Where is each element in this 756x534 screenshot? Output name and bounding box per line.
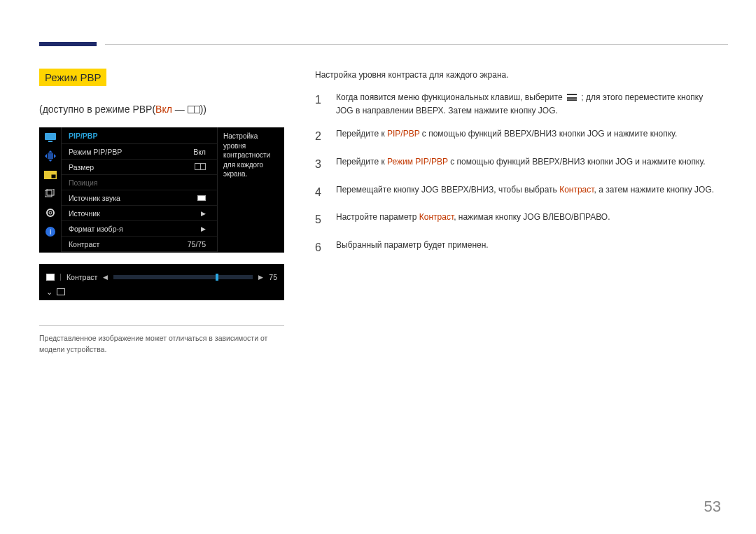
step-1-number: 1 [315, 91, 325, 118]
slider-value: 75 [269, 273, 277, 281]
section-description: Настройка уровня контраста для каждого э… [315, 70, 718, 80]
step-4-em: Контраст [559, 185, 594, 195]
osd-row-aspect-label: Формат изобр-я [69, 225, 179, 233]
step-2: 2 Перейдите к PIP/PBP с помощью функций … [315, 127, 718, 146]
slider-divider [60, 274, 61, 281]
svg-rect-2 [48, 153, 53, 159]
step-3-em: Режим PIP/PBP [387, 157, 448, 167]
menu-icon [567, 94, 577, 101]
osd-row-position-label: Позиция [69, 178, 179, 187]
slider-row[interactable]: Контраст ◀ ▶ 75 [46, 271, 277, 283]
monitor-icon[interactable] [39, 127, 61, 146]
left-column: Режим PBP (доступно в режиме PBP(Вкл — )… [39, 69, 284, 356]
page-number: 53 [704, 498, 721, 516]
caret-left-icon[interactable]: ◀ [103, 274, 108, 281]
osd-icon-rail: i [39, 127, 62, 252]
subtitle: (доступно в режиме PBP(Вкл — )) [39, 104, 284, 115]
chevron-right-icon: ▶ [179, 210, 210, 217]
sound-source-icon [197, 195, 206, 201]
size-split-icon [195, 163, 206, 170]
svg-marker-3 [48, 150, 52, 153]
slider-label: Контраст [66, 273, 97, 281]
step-5-em: Контраст [419, 212, 454, 222]
svg-text:i: i [49, 228, 50, 236]
slider-bottom-row: ⌄ [46, 283, 277, 297]
pbp-split-icon [188, 106, 200, 113]
step-6-text: Выбранный параметр будет применен. [336, 239, 489, 257]
osd-row-size[interactable]: Размер [62, 160, 217, 175]
step-1-pre: Когда появится меню функциональных клави… [336, 92, 565, 102]
section-title-badge: Режим PBP [39, 69, 106, 86]
subtitle-mode: Вкл [155, 104, 172, 115]
right-column: Настройка уровня контраста для каждого э… [315, 70, 718, 266]
step-5-number: 5 [315, 211, 325, 229]
step-5-text: Настройте параметр Контраст, нажимая кно… [336, 211, 610, 229]
header-divider [105, 44, 728, 45]
step-3: 3 Перейдите к Режим PIP/PBP с помощью фу… [315, 155, 718, 174]
svg-marker-6 [54, 154, 56, 158]
step-4-text: Перемещайте кнопку JOG ВВЕРХ/ВНИЗ, чтобы… [336, 183, 714, 202]
windows-icon[interactable] [39, 184, 61, 203]
step-2-text: Перейдите к PIP/PBP с помощью функций ВВ… [336, 127, 677, 146]
return-icon[interactable] [57, 288, 65, 295]
osd-menu-title: PIP/PBP [62, 127, 217, 144]
osd-row-sound[interactable]: Источник звука [62, 190, 217, 206]
svg-rect-10 [47, 189, 54, 195]
slider-thumb[interactable] [216, 274, 218, 281]
step-4-post: , а затем нажмите кнопку JOG. [594, 185, 714, 195]
step-6-pre: Выбранный параметр будет применен. [336, 240, 489, 250]
step-1: 1 Когда появится меню функциональных кла… [315, 91, 718, 118]
slider-left-icon [46, 274, 55, 281]
step-6-number: 6 [315, 239, 325, 257]
svg-point-12 [49, 211, 52, 214]
step-4: 4 Перемещайте кнопку JOG ВВЕРХ/ВНИЗ, что… [315, 183, 718, 202]
osd-panel: i PIP/PBP Режим PIP/PBP Вкл Размер Позиц… [39, 127, 284, 253]
osd-row-mode-label: Режим PIP/PBP [69, 148, 179, 156]
svg-rect-9 [45, 190, 52, 197]
info-icon[interactable]: i [39, 222, 61, 241]
osd-row-aspect[interactable]: Формат изобр-я ▶ [62, 221, 217, 237]
osd-row-contrast-value: 75/75 [179, 240, 210, 248]
svg-rect-1 [48, 141, 52, 142]
step-5: 5 Настройте параметр Контраст, нажимая к… [315, 211, 718, 229]
osd-row-mode-value: Вкл [179, 148, 210, 156]
osd-row-source[interactable]: Источник ▶ [62, 206, 217, 221]
footnote-text: Представленное изображение может отличат… [39, 333, 284, 356]
svg-rect-8 [51, 174, 56, 178]
step-5-pre: Настройте параметр [336, 212, 419, 222]
osd-row-contrast[interactable]: Контраст 75/75 [62, 237, 217, 252]
step-3-pre: Перейдите к [336, 157, 387, 167]
gear-icon[interactable] [39, 203, 61, 222]
osd-row-position: Позиция [62, 175, 217, 190]
svg-rect-0 [45, 133, 56, 140]
subtitle-prefix: (доступно в режиме PBP( [39, 104, 155, 115]
footnote-divider [39, 325, 284, 326]
step-4-pre: Перемещайте кнопку JOG ВВЕРХ/ВНИЗ, чтобы… [336, 185, 559, 195]
step-4-number: 4 [315, 183, 325, 202]
step-6: 6 Выбранный параметр будет применен. [315, 239, 718, 257]
osd-row-mode[interactable]: Режим PIP/PBP Вкл [62, 144, 217, 160]
step-2-post: с помощью функций ВВЕРХ/ВНИЗ кнопки JOG … [420, 129, 678, 139]
caret-right-icon[interactable]: ▶ [258, 274, 263, 281]
chevron-down-icon[interactable]: ⌄ [46, 288, 52, 296]
svg-marker-4 [48, 160, 52, 162]
osd-slider-panel: Контраст ◀ ▶ 75 ⌄ [39, 264, 284, 300]
osd-menu: PIP/PBP Режим PIP/PBP Вкл Размер Позиция… [62, 127, 217, 252]
header-accent-bar [39, 42, 97, 46]
slider-track[interactable] [113, 275, 253, 279]
step-1-text: Когда появится меню функциональных клави… [336, 91, 718, 118]
osd-description: Настройка уровня контрастности для каждо… [217, 127, 284, 252]
step-3-post: с помощью функций ВВЕРХ/ВНИЗ кнопки JOG … [448, 157, 706, 167]
step-3-number: 3 [315, 155, 325, 174]
step-5-post: , нажимая кнопку JOG ВЛЕВО/ВПРАВО. [454, 212, 610, 222]
pip-pbp-icon[interactable] [39, 165, 61, 184]
subtitle-suffix: )) [200, 104, 206, 115]
subtitle-dash: — [172, 104, 188, 115]
osd-row-sound-label: Источник звука [69, 194, 179, 202]
nav-arrows-icon[interactable] [39, 146, 61, 165]
step-2-number: 2 [315, 127, 325, 146]
step-2-pre: Перейдите к [336, 129, 387, 139]
step-2-em: PIP/PBP [387, 129, 419, 139]
svg-marker-5 [45, 154, 47, 158]
osd-row-source-label: Источник [69, 209, 179, 218]
